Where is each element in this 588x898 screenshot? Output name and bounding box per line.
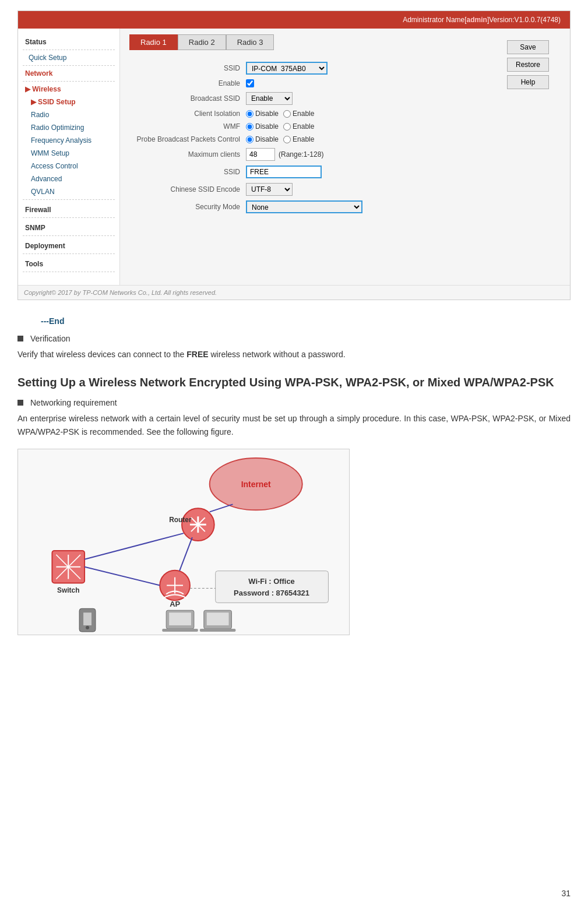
tab-radio1[interactable]: Radio 1 — [129, 34, 178, 50]
sidebar-item-frequency-analysis[interactable]: Frequency Analysis — [18, 134, 119, 147]
max-clients-label: Maximum clients — [129, 150, 246, 159]
verify-text-after: wireless network without a password. — [209, 350, 346, 359]
probe-broadcast-label: Probe Broadcast Packets Control — [129, 135, 246, 143]
ssid2-label: SSID — [129, 168, 246, 176]
client-isolation-disable-option[interactable]: Disable — [246, 110, 279, 118]
svg-rect-31 — [169, 612, 191, 625]
svg-rect-19 — [216, 571, 329, 603]
router-sidebar: Status Quick Setup Network ▶ Wireless ▶S… — [18, 29, 120, 285]
svg-text:AP: AP — [170, 600, 180, 608]
verify-text-before: Verify that wireless devices can connect… — [17, 350, 186, 359]
bullet-icon-2 — [17, 400, 23, 406]
probe-enable-radio[interactable] — [283, 136, 291, 143]
ssid-select[interactable]: IP-COM_375AB0 — [246, 62, 328, 75]
tab-radio3[interactable]: Radio 3 — [226, 34, 274, 50]
probe-disable-radio[interactable] — [246, 136, 253, 143]
client-isolation-disable-radio[interactable] — [246, 110, 253, 118]
svg-rect-35 — [200, 629, 236, 632]
sidebar-item-qvlan[interactable]: QVLAN — [18, 185, 119, 198]
sidebar-item-snmp[interactable]: SNMP — [18, 219, 119, 234]
form-row-ssid: SSID IP-COM_375AB0 — [129, 62, 561, 75]
enable-checkbox[interactable] — [246, 79, 254, 87]
broadcast-ssid-control: Enable Disable — [246, 92, 293, 105]
sidebar-item-wireless[interactable]: ▶ Wireless — [18, 83, 119, 96]
sidebar-item-access-control[interactable]: Access Control — [18, 160, 119, 172]
sidebar-item-ssid-setup[interactable]: ▶SSID Setup — [18, 96, 119, 108]
security-mode-label: Security Mode — [129, 203, 246, 211]
tab-radio2[interactable]: Radio 2 — [178, 34, 226, 50]
section-heading: Setting Up a Wireless Network Encrypted … — [17, 375, 571, 390]
verification-label: Verification — [30, 334, 70, 343]
wmf-disable-option[interactable]: Disable — [246, 122, 279, 131]
ssid-label: SSID — [129, 64, 246, 72]
router-main-inner: Radio 1 Radio 2 Radio 3 Save Restore Hel… — [129, 34, 561, 221]
svg-point-29 — [86, 626, 89, 629]
sidebar-item-wmm-setup[interactable]: WMM Setup — [18, 147, 119, 160]
network-diagram: Internet Router Switch — [17, 449, 350, 635]
probe-broadcast-control: Disable Enable — [246, 135, 314, 143]
save-button[interactable]: Save — [507, 40, 549, 54]
chinese-ssid-label: Chinese SSID Encode — [129, 185, 246, 193]
sidebar-item-network[interactable]: Network — [18, 67, 119, 80]
security-mode-select[interactable]: None WPA-PSK WPA2-PSK Mixed WPA/WPA2-PSK — [246, 200, 362, 213]
network-diagram-svg: Internet Router Switch — [18, 449, 349, 635]
router-top-bar: Administrator Name[admin]Administrator N… — [18, 11, 570, 29]
admin-info: Administrator Name[admin]Administrator N… — [403, 16, 561, 24]
svg-text:Router: Router — [169, 516, 192, 524]
footer-copyright: Copyright© 2017 by TP-COM Networks Co., … — [24, 289, 217, 296]
form-row-wmf: WMF Disable Enable — [129, 122, 561, 131]
networking-req-bullet: Networking requirement — [17, 398, 571, 407]
svg-text:Switch: Switch — [57, 587, 79, 595]
ssid2-control — [246, 165, 322, 178]
broadcast-ssid-label: Broadcast SSID — [129, 94, 246, 103]
probe-disable-option[interactable]: Disable — [246, 135, 279, 143]
admin-name: admin — [467, 16, 487, 24]
ssid-control: IP-COM_375AB0 — [246, 62, 328, 75]
svg-text:Wi-Fi : Office: Wi-Fi : Office — [248, 577, 294, 586]
doc-content: ---End Verification Verify that wireless… — [0, 311, 588, 656]
radio-tabs: Radio 1 Radio 2 Radio 3 — [129, 34, 561, 50]
form-row-security-mode: Security Mode None WPA-PSK WPA2-PSK Mixe… — [129, 200, 561, 213]
svg-text:Password  : 87654321: Password : 87654321 — [234, 589, 309, 598]
sidebar-item-tools[interactable]: Tools — [18, 255, 119, 270]
client-isolation-enable-option[interactable]: Enable — [283, 110, 314, 118]
form-row-enable: Enable — [129, 79, 561, 87]
max-clients-input[interactable] — [246, 148, 275, 161]
ssid-form: SSID IP-COM_375AB0 Enable — [129, 58, 561, 221]
probe-enable-option[interactable]: Enable — [283, 135, 314, 143]
form-row-probe-broadcast: Probe Broadcast Packets Control Disable … — [129, 135, 561, 143]
sidebar-item-advanced[interactable]: Advanced — [18, 172, 119, 185]
page-number: 31 — [561, 889, 571, 898]
svg-rect-32 — [162, 629, 198, 632]
router-ui-screenshot: Administrator Name[admin]Administrator N… — [17, 10, 571, 300]
form-row-max-clients: Maximum clients (Range:1-128) — [129, 148, 561, 161]
verification-text: Verify that wireless devices can connect… — [17, 348, 571, 361]
wmf-disable-radio[interactable] — [246, 123, 253, 131]
router-main-area: Radio 1 Radio 2 Radio 3 Save Restore Hel… — [120, 29, 570, 285]
svg-text:Internet: Internet — [241, 480, 271, 489]
wmf-enable-option[interactable]: Enable — [283, 122, 314, 131]
help-button[interactable]: Help — [507, 75, 549, 89]
networking-req-text: An enterprise wireless network with a ce… — [17, 412, 571, 438]
wmf-label: WMF — [129, 122, 246, 131]
enable-label: Enable — [129, 79, 246, 87]
chinese-ssid-select[interactable]: UTF-8 GBK — [246, 183, 293, 196]
form-row-client-isolation: Client Isolation Disable Enable — [129, 110, 561, 118]
sidebar-item-radio[interactable]: Radio — [18, 108, 119, 121]
sidebar-item-quick-setup[interactable]: Quick Setup — [18, 51, 119, 64]
max-clients-control: (Range:1-128) — [246, 148, 323, 161]
wmf-enable-radio[interactable] — [283, 123, 291, 131]
svg-rect-34 — [207, 612, 229, 625]
form-row-chinese-ssid: Chinese SSID Encode UTF-8 GBK — [129, 183, 561, 196]
verification-bullet: Verification — [17, 334, 571, 343]
ssid2-input[interactable] — [246, 165, 322, 178]
restore-button[interactable]: Restore — [507, 58, 549, 72]
client-isolation-enable-radio[interactable] — [283, 110, 291, 118]
enable-control — [246, 79, 254, 87]
sidebar-item-status[interactable]: Status — [18, 33, 119, 48]
form-row-ssid2: SSID — [129, 165, 561, 178]
sidebar-item-firewall[interactable]: Firewall — [18, 201, 119, 216]
broadcast-ssid-select[interactable]: Enable Disable — [246, 92, 293, 105]
sidebar-item-deployment[interactable]: Deployment — [18, 237, 119, 252]
sidebar-item-radio-optimizing[interactable]: Radio Optimizing — [18, 121, 119, 134]
